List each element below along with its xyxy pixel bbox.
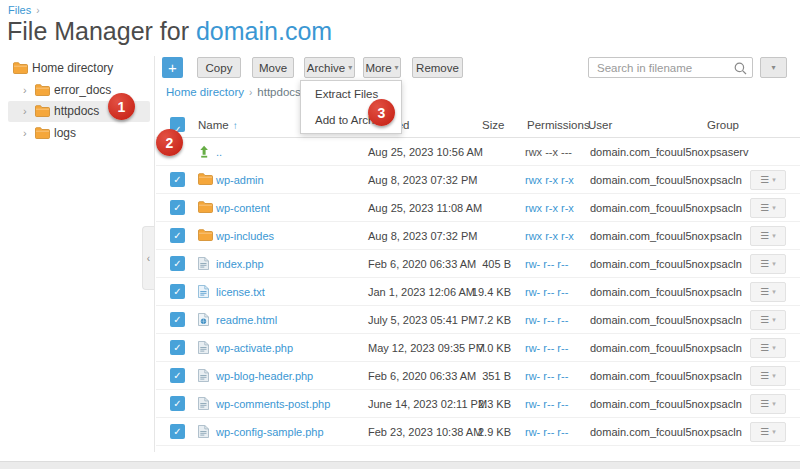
row-checkbox[interactable]: ✓: [170, 368, 185, 383]
modified-cell: Aug 8, 2023 07:32 PM: [368, 222, 477, 250]
row-checkbox[interactable]: ✓: [170, 200, 185, 215]
file-name-link[interactable]: index.php: [216, 250, 264, 278]
chevron-right-icon[interactable]: ›: [23, 126, 27, 140]
path-segment-home[interactable]: Home directory: [166, 86, 244, 98]
copy-button-label: Copy: [206, 62, 233, 74]
table-row: ✓ wp-includes Aug 8, 2023 07:32 PM rwx r…: [156, 222, 800, 250]
table-row: ✓ readme.html July 5, 2023 05:41 PM 7.2 …: [156, 306, 800, 334]
annotation-badge-1: 1: [108, 93, 135, 120]
chevron-right-icon[interactable]: ›: [23, 83, 27, 97]
row-checkbox[interactable]: ✓: [170, 172, 185, 187]
file-manager-page: Files› File Manager for domain.com Home …: [0, 0, 800, 469]
column-header-permissions[interactable]: Permissions: [527, 112, 590, 138]
row-checkbox[interactable]: ✓: [170, 424, 185, 439]
table-row: ✓ license.txt Jan 1, 2023 12:06 AM 19.4 …: [156, 278, 800, 306]
row-menu-button[interactable]: ☰ ▾: [750, 254, 786, 274]
group-cell: psacln: [710, 194, 742, 222]
user-cell: domain.com_fcouul5nox: [590, 166, 709, 194]
user-cell: domain.com_fcouul5nox: [590, 334, 709, 362]
row-menu-button[interactable]: ☰ ▾: [750, 394, 786, 414]
permissions-link[interactable]: rw- r-- r--: [525, 306, 568, 334]
column-header-group[interactable]: Group: [707, 112, 739, 138]
permissions-link[interactable]: rw- r-- r--: [525, 334, 568, 362]
folder-icon: [35, 127, 50, 142]
tree-item-logs[interactable]: › logs: [0, 123, 152, 144]
permissions-link[interactable]: rwx --x ---: [525, 138, 572, 166]
file-name-link[interactable]: readme.html: [216, 306, 277, 334]
row-menu-button[interactable]: ☰ ▾: [750, 422, 786, 442]
php-icon: [198, 369, 209, 384]
file-name-link[interactable]: wp-content: [216, 194, 270, 222]
add-file-button[interactable]: +: [162, 57, 183, 78]
file-name-link[interactable]: wp-includes: [216, 222, 274, 250]
row-menu-button[interactable]: ☰ ▾: [750, 282, 786, 302]
title-domain: domain.com: [196, 17, 332, 45]
column-header-name[interactable]: Name↑: [198, 112, 238, 139]
chevron-right-icon[interactable]: ›: [23, 104, 27, 118]
move-button[interactable]: Move: [252, 57, 294, 78]
permissions-link[interactable]: rw- r-- r--: [525, 418, 568, 446]
search-input[interactable]: [588, 57, 753, 78]
row-menu-button[interactable]: ☰ ▾: [750, 366, 786, 386]
row-menu-button[interactable]: ☰ ▾: [750, 310, 786, 330]
permissions-link[interactable]: rw- r-- r--: [525, 278, 568, 306]
hamburger-icon: ☰: [760, 371, 769, 381]
permissions-link[interactable]: rw- r-- r--: [525, 390, 568, 418]
column-header-user[interactable]: User: [588, 112, 612, 138]
remove-button[interactable]: Remove: [412, 57, 463, 78]
table-row: ✓ wp-activate.php May 12, 2023 09:35 PM …: [156, 334, 800, 362]
tree-item-home-directory[interactable]: Home directory: [0, 58, 152, 79]
table-row: ✓ wp-blog-header.php Feb 6, 2020 06:33 A…: [156, 362, 800, 390]
table-row: ✓ wp-config-sample.php Feb 23, 2023 10:3…: [156, 418, 800, 446]
file-name-link[interactable]: wp-activate.php: [216, 334, 293, 362]
copy-button[interactable]: Copy: [197, 57, 241, 78]
row-checkbox[interactable]: ✓: [170, 312, 185, 327]
file-name-link[interactable]: wp-comments-post.php: [216, 390, 330, 418]
permissions-link[interactable]: rw- r-- r--: [525, 362, 568, 390]
folder-icon: [35, 105, 50, 120]
archive-button[interactable]: Archive ▾: [304, 57, 355, 78]
group-cell: psacln: [710, 390, 742, 418]
tree-item-label: error_docs: [54, 83, 111, 98]
hamburger-icon: ☰: [760, 203, 769, 213]
row-checkbox[interactable]: ✓: [170, 228, 185, 243]
permissions-link[interactable]: rwx r-x r-x: [525, 194, 574, 222]
row-menu-button[interactable]: ☰ ▾: [750, 198, 786, 218]
txt-icon: [198, 285, 209, 300]
sidebar-collapse-handle[interactable]: ‹: [142, 226, 154, 290]
row-menu-button[interactable]: ☰ ▾: [750, 338, 786, 358]
permissions-link[interactable]: rwx r-x r-x: [525, 166, 574, 194]
row-menu-button[interactable]: ☰ ▾: [750, 170, 786, 190]
user-cell: domain.com_fcouul5nox: [590, 418, 709, 446]
hamburger-icon: ☰: [760, 427, 769, 437]
column-header-size[interactable]: Size: [482, 112, 504, 138]
row-checkbox[interactable]: ✓: [170, 340, 185, 355]
folder-icon: [35, 84, 50, 99]
permissions-link[interactable]: rwx r-x r-x: [525, 222, 574, 250]
row-checkbox[interactable]: ✓: [170, 284, 185, 299]
more-button[interactable]: More ▾: [363, 57, 401, 78]
row-checkbox[interactable]: ✓: [170, 256, 185, 271]
archive-button-label: Archive: [307, 62, 345, 74]
tree-item-label: logs: [54, 126, 76, 141]
user-cell: domain.com_fcouul5nox: [590, 306, 709, 334]
chevron-down-icon: ▾: [772, 399, 776, 409]
hamburger-icon: ☰: [760, 399, 769, 409]
file-name-link[interactable]: wp-admin: [216, 166, 264, 194]
table-row: ✓ wp-comments-post.php June 14, 2023 02:…: [156, 390, 800, 418]
file-name-link[interactable]: wp-blog-header.php: [216, 362, 313, 390]
group-cell: psacln: [710, 418, 742, 446]
table-row: .. Aug 25, 2023 10:56 AM rwx --x --- dom…: [156, 138, 800, 166]
group-cell: psacln: [710, 278, 742, 306]
size-cell: 405 B: [440, 250, 511, 278]
permissions-link[interactable]: rw- r-- r--: [525, 250, 568, 278]
file-name-link[interactable]: ..: [216, 138, 222, 166]
row-checkbox[interactable]: ✓: [170, 396, 185, 411]
file-name-link[interactable]: license.txt: [216, 278, 265, 306]
search-box: [588, 57, 753, 78]
row-menu-button[interactable]: ☰ ▾: [750, 226, 786, 246]
chevron-down-icon: ▾: [395, 64, 399, 72]
search-options-button[interactable]: ▾: [760, 57, 787, 78]
file-name-link[interactable]: wp-config-sample.php: [216, 418, 324, 446]
annotation-badge-2: 2: [156, 129, 183, 156]
